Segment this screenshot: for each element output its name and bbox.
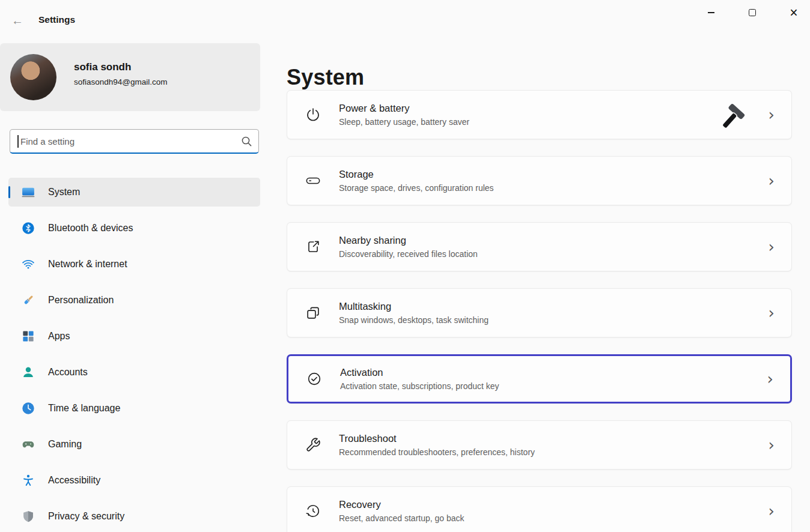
sidebar-nav: System Bluetooth & devices Network & int… bbox=[8, 178, 260, 532]
sidebar-item-label: Accounts bbox=[48, 367, 88, 378]
sidebar-item-network-internet[interactable]: Network & internet bbox=[8, 250, 260, 279]
card-title: Power & battery bbox=[339, 103, 469, 114]
card-subtitle: Storage space, drives, configuration rul… bbox=[339, 183, 494, 193]
accounts-icon bbox=[22, 366, 35, 379]
sidebar-item-label: Bluetooth & devices bbox=[48, 223, 133, 234]
user-email: sofiasondh94@gmail.com bbox=[74, 77, 168, 86]
card-subtitle: Discoverability, received files location bbox=[339, 249, 478, 259]
chevron-right-icon: › bbox=[769, 305, 775, 321]
card-title: Multitasking bbox=[339, 301, 489, 312]
search-box bbox=[10, 129, 259, 154]
sidebar-item-label: Apps bbox=[48, 331, 70, 342]
chevron-right-icon: › bbox=[769, 173, 775, 189]
settings-card-activation[interactable]: Activation Activation state, subscriptio… bbox=[287, 354, 792, 404]
back-button[interactable]: ← bbox=[7, 12, 28, 29]
sidebar-item-label: Accessibility bbox=[48, 475, 100, 486]
sidebar-item-label: Gaming bbox=[48, 439, 82, 450]
chevron-right-icon: › bbox=[769, 239, 775, 255]
settings-card-recovery[interactable]: Recovery Reset, advanced startup, go bac… bbox=[287, 486, 792, 532]
back-arrow-icon: ← bbox=[11, 14, 23, 28]
card-subtitle: Reset, advanced startup, go back bbox=[339, 513, 464, 523]
card-subtitle: Sleep, battery usage, battery saver bbox=[339, 117, 469, 127]
bluetooth-icon bbox=[22, 222, 35, 235]
text-caret bbox=[17, 135, 19, 148]
card-subtitle: Snap windows, desktops, task switching bbox=[339, 315, 489, 325]
chevron-right-icon: › bbox=[769, 437, 775, 453]
storage-icon bbox=[305, 173, 321, 189]
window-title: Settings bbox=[38, 14, 75, 25]
sidebar-item-apps[interactable]: Apps bbox=[8, 322, 260, 351]
settings-card-nearby-sharing[interactable]: Nearby sharing Discoverability, received… bbox=[287, 222, 792, 271]
sidebar-item-accessibility[interactable]: Accessibility bbox=[8, 466, 260, 495]
apps-icon bbox=[22, 330, 35, 343]
sidebar-item-time-language[interactable]: Time & language bbox=[8, 394, 260, 423]
sidebar-item-privacy-security[interactable]: Privacy & security bbox=[8, 502, 260, 531]
settings-card-troubleshoot[interactable]: Troubleshoot Recommended troubleshooters… bbox=[287, 420, 792, 470]
sidebar-item-accounts[interactable]: Accounts bbox=[8, 358, 260, 387]
sidebar-item-label: System bbox=[48, 187, 80, 198]
nearby-sharing-icon bbox=[305, 239, 321, 255]
sidebar-item-personalization[interactable]: Personalization bbox=[8, 286, 260, 315]
chevron-right-icon: › bbox=[769, 107, 775, 122]
network-icon bbox=[22, 258, 35, 271]
sidebar-item-label: Privacy & security bbox=[48, 511, 124, 522]
search-icon[interactable] bbox=[240, 135, 252, 147]
sidebar-item-label: Time & language bbox=[48, 403, 120, 414]
avatar bbox=[10, 54, 56, 100]
settings-card-storage[interactable]: Storage Storage space, drives, configura… bbox=[287, 156, 792, 205]
sidebar-item-label: Network & internet bbox=[48, 259, 127, 270]
settings-card-multitasking[interactable]: Multitasking Snap windows, desktops, tas… bbox=[287, 288, 792, 337]
card-subtitle: Activation state, subscriptions, product… bbox=[340, 381, 499, 391]
sidebar: sofia sondh sofiasondh94@gmail.com Syste… bbox=[0, 36, 260, 532]
selected-indicator bbox=[8, 186, 10, 198]
accessibility-icon bbox=[22, 474, 35, 487]
sidebar-item-bluetooth-devices[interactable]: Bluetooth & devices bbox=[8, 214, 260, 243]
chevron-right-icon: › bbox=[769, 503, 775, 519]
main-content: System Power & battery Sleep, battery us… bbox=[287, 0, 810, 532]
privacy-security-icon bbox=[22, 510, 35, 523]
settings-card-list: Power & battery Sleep, battery usage, ba… bbox=[287, 90, 792, 532]
card-title: Recovery bbox=[339, 499, 464, 510]
search-input[interactable] bbox=[10, 129, 259, 154]
sidebar-item-gaming[interactable]: Gaming bbox=[8, 430, 260, 459]
multitasking-icon bbox=[305, 305, 321, 321]
recovery-icon bbox=[305, 503, 321, 519]
card-title: Troubleshoot bbox=[339, 433, 535, 444]
card-subtitle: Recommended troubleshooters, preferences… bbox=[339, 447, 535, 457]
activation-icon bbox=[306, 371, 322, 387]
hammer-cursor-icon bbox=[717, 102, 748, 135]
time-language-icon bbox=[22, 402, 35, 415]
user-profile[interactable]: sofia sondh sofiasondh94@gmail.com bbox=[0, 43, 260, 111]
system-icon bbox=[22, 186, 35, 199]
page-title: System bbox=[287, 65, 364, 90]
card-title: Activation bbox=[340, 367, 499, 378]
sidebar-item-label: Personalization bbox=[48, 295, 114, 306]
card-title: Storage bbox=[339, 169, 494, 180]
chevron-right-icon: › bbox=[767, 371, 773, 387]
troubleshoot-icon bbox=[305, 437, 321, 453]
gaming-icon bbox=[22, 438, 35, 451]
card-title: Nearby sharing bbox=[339, 235, 478, 246]
user-name: sofia sondh bbox=[74, 61, 168, 73]
personalization-icon bbox=[22, 294, 35, 307]
settings-card-power-battery[interactable]: Power & battery Sleep, battery usage, ba… bbox=[287, 90, 792, 139]
power-icon bbox=[305, 107, 321, 122]
sidebar-item-system[interactable]: System bbox=[8, 178, 260, 207]
